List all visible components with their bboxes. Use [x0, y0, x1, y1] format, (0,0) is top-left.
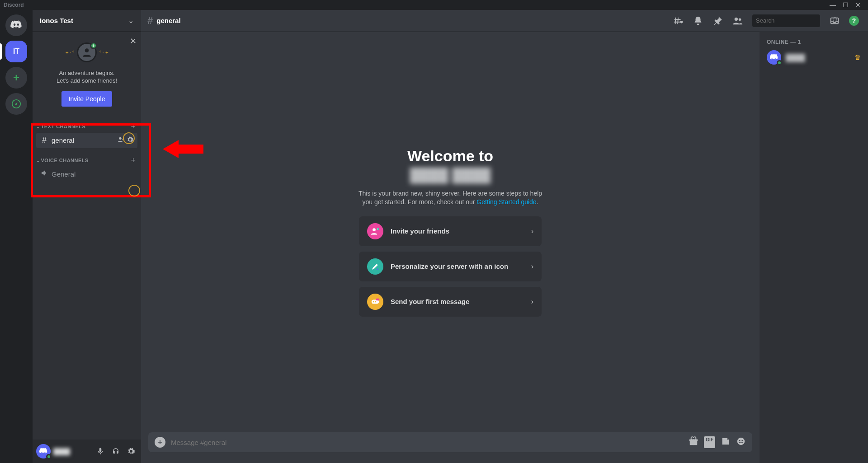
chevron-right-icon: ›: [531, 298, 533, 306]
chevron-right-icon: ›: [531, 227, 533, 235]
notifications-button[interactable]: [693, 15, 703, 26]
member-name: ████: [786, 54, 850, 61]
text-channels-label: TEXT CHANNELS: [41, 124, 86, 129]
home-button[interactable]: [5, 14, 27, 36]
close-icon[interactable]: ✕: [130, 36, 137, 46]
card-personalize-icon[interactable]: Personalize your server with an icon ›: [359, 252, 542, 281]
welcome-title: Welcome to: [407, 147, 493, 165]
member-row[interactable]: ████ ♛: [763, 48, 864, 67]
message-input[interactable]: [171, 439, 683, 446]
window-close-button[interactable]: ✕: [852, 1, 864, 9]
server-header[interactable]: Ionos Test ⌄: [33, 10, 141, 32]
svg-point-17: [739, 440, 740, 441]
server-owner-crown-icon: ♛: [854, 53, 861, 62]
chevron-down-icon: ⌄: [128, 16, 134, 25]
window-minimize-button[interactable]: —: [826, 1, 839, 9]
card-label: Send your first message: [391, 298, 524, 305]
server-icon-selected[interactable]: IT: [5, 41, 27, 62]
first-message-icon: [367, 294, 383, 310]
personalize-icon: [367, 258, 383, 275]
user-area: ████: [33, 440, 141, 463]
voice-channel-general[interactable]: General: [36, 167, 137, 182]
help-button[interactable]: ?: [849, 16, 859, 26]
sparkle-icon: ° · ✦: [99, 50, 108, 55]
channel-sidebar: Ionos Test ⌄ ✕ ✦ · ° + ° · ✦ An adventur…: [33, 10, 141, 463]
getting-started-link[interactable]: Getting Started guide: [476, 198, 536, 206]
svg-point-3: [735, 17, 738, 20]
status-online-icon: [46, 454, 52, 459]
user-settings-button[interactable]: [125, 445, 137, 458]
add-text-channel-button[interactable]: +: [131, 122, 136, 131]
search-input[interactable]: [756, 17, 832, 24]
emoji-button[interactable]: [736, 436, 746, 448]
hash-icon: #: [40, 136, 49, 145]
invite-friends-icon: [367, 223, 383, 239]
invite-card: ✕ ✦ · ° + ° · ✦ An adventure begins. Let…: [33, 32, 141, 115]
svg-point-9: [377, 268, 378, 270]
add-server-button[interactable]: +: [5, 67, 27, 89]
plus-badge-icon: +: [90, 42, 97, 49]
inbox-button[interactable]: [829, 15, 840, 26]
threads-button[interactable]: [673, 15, 684, 26]
discord-logo-icon: [10, 19, 23, 32]
invite-card-art: ✦ · ° + ° · ✦: [40, 39, 134, 66]
gif-button[interactable]: GIF: [704, 436, 715, 448]
welcome-blurb-tail: .: [537, 198, 538, 206]
hash-icon: #: [147, 15, 153, 27]
card-first-message[interactable]: Send your first message ›: [359, 287, 542, 317]
channel-title: general: [156, 17, 180, 24]
invite-people-button[interactable]: Invite People: [61, 91, 113, 107]
server-initials: IT: [13, 47, 19, 56]
pinned-messages-button[interactable]: [712, 15, 723, 26]
member-avatar: [767, 50, 781, 65]
deafen-button[interactable]: [109, 445, 122, 458]
card-invite-friends[interactable]: Invite your friends ›: [359, 216, 542, 246]
svg-point-16: [737, 438, 745, 445]
svg-point-2: [119, 137, 121, 140]
self-avatar[interactable]: [36, 444, 51, 458]
text-channels-header[interactable]: ⌄TEXT CHANNELS +: [33, 115, 141, 132]
window-titlebar: Discord — ☐ ✕: [0, 0, 868, 10]
channel-settings-icon[interactable]: [127, 136, 134, 145]
gift-button[interactable]: [689, 436, 698, 448]
invite-to-channel-icon[interactable]: [118, 136, 125, 145]
add-voice-channel-button[interactable]: +: [131, 156, 136, 165]
card-label: Personalize your server with an icon: [391, 262, 524, 270]
voice-channel-name: General: [52, 170, 134, 178]
member-list: ONLINE — 1 ████ ♛: [760, 32, 868, 463]
svg-point-18: [742, 440, 743, 441]
svg-point-1: [85, 48, 89, 52]
welcome-server-name: ████ ████: [410, 168, 491, 183]
server-rail: IT +: [0, 10, 33, 463]
svg-point-12: [375, 301, 377, 303]
feed: Welcome to ████ ████ This is your brand …: [141, 32, 760, 463]
sparkle-icon: ✦ · °: [65, 50, 74, 55]
self-username: ████: [53, 448, 91, 455]
placeholder-avatar-icon: +: [77, 42, 97, 62]
svg-point-7: [373, 228, 376, 231]
voice-channels-header[interactable]: ⌄VOICE CHANNELS +: [33, 149, 141, 166]
chevron-right-icon: ›: [531, 262, 533, 271]
attach-button[interactable]: +: [155, 437, 165, 448]
compass-icon: [11, 99, 21, 109]
member-list-button[interactable]: [732, 15, 743, 26]
explore-servers-button[interactable]: [5, 93, 27, 115]
card-label: Invite your friends: [391, 227, 524, 235]
channel-header: # general ?: [141, 10, 868, 32]
invite-card-line1: An adventure begins.: [40, 70, 134, 77]
window-maximize-button[interactable]: ☐: [839, 1, 852, 9]
mute-mic-button[interactable]: [94, 445, 107, 458]
server-name: Ionos Test: [40, 17, 73, 24]
channel-general[interactable]: # general: [36, 133, 137, 148]
welcome-blurb: This is your brand new, shiny server. He…: [355, 189, 545, 206]
channel-groups: ⌄TEXT CHANNELS + # general ⌄VOICE CHANNE…: [33, 115, 141, 440]
channel-name: general: [52, 136, 115, 144]
svg-rect-13: [376, 299, 379, 301]
members-online-header: ONLINE — 1: [763, 39, 864, 48]
status-online-icon: [777, 60, 782, 65]
search-box[interactable]: [752, 14, 820, 27]
speaker-icon: [40, 169, 49, 179]
message-composer[interactable]: + GIF: [148, 432, 752, 452]
svg-point-4: [739, 18, 741, 21]
sticker-button[interactable]: [721, 436, 731, 448]
